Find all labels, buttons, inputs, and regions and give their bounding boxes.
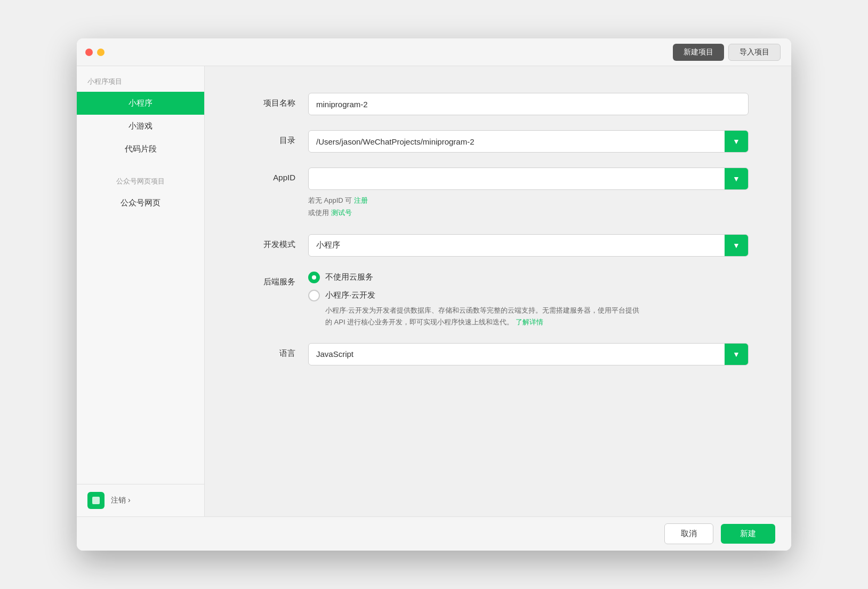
dev-mode-row: 开发模式 ▼ <box>247 234 749 257</box>
chevron-down-icon: ▼ <box>733 241 740 250</box>
directory-label: 目录 <box>247 130 295 146</box>
appid-input-wrapper: ▼ <box>308 168 749 190</box>
titlebar: 新建项目 导入项目 <box>77 38 791 66</box>
cancel-link[interactable]: 注销 › <box>111 496 131 505</box>
svg-rect-0 <box>92 497 100 504</box>
backend-service-control: 不使用云服务 小程序·云开发 小程序·云开发为开发者提供数据库、存储和云函数等完… <box>308 272 749 328</box>
chevron-down-icon: ▼ <box>733 350 740 359</box>
radio-cloud-dev-label: 小程序·云开发 <box>325 290 375 300</box>
dev-mode-label: 开发模式 <box>247 234 295 250</box>
radio-cloud-dev[interactable]: 小程序·云开发 <box>308 290 749 301</box>
directory-row: 目录 ▼ <box>247 130 749 153</box>
cancel-button[interactable]: 取消 <box>664 523 713 544</box>
radio-group: 不使用云服务 小程序·云开发 <box>308 272 749 301</box>
sidebar-section-title-1: 小程序项目 <box>77 66 204 92</box>
main-layout: 小程序项目 小程序 小游戏 代码片段 公众号网页项目 公众号网页 注销 › <box>77 66 791 516</box>
footer: 取消 新建 <box>77 516 791 551</box>
directory-dropdown-button[interactable]: ▼ <box>725 131 748 152</box>
backend-service-label: 后端服务 <box>247 272 295 287</box>
appid-input[interactable] <box>309 174 725 184</box>
sidebar-section-title-2: 公众号网页项目 <box>77 166 204 192</box>
radio-cloud-dev-circle <box>308 290 320 301</box>
register-link[interactable]: 注册 <box>354 196 368 204</box>
language-input[interactable] <box>309 349 725 359</box>
close-button[interactable] <box>85 49 93 56</box>
project-name-label: 项目名称 <box>247 93 295 108</box>
project-name-control <box>308 93 749 115</box>
sidebar-item-miniprogram[interactable]: 小程序 <box>77 92 204 115</box>
sidebar-item-minigame[interactable]: 小游戏 <box>77 115 204 138</box>
appid-hint: 若无 AppID 可 注册 或使用 测试号 <box>308 194 749 219</box>
dev-mode-input[interactable] <box>309 241 725 250</box>
backend-service-row: 后端服务 不使用云服务 小程序·云开发 <box>247 272 749 328</box>
confirm-button[interactable]: 新建 <box>721 524 775 544</box>
directory-input[interactable] <box>309 137 725 146</box>
cloud-desc: 小程序·云开发为开发者提供数据库、存储和云函数等完整的云端支持。无需搭建服务器，… <box>325 305 645 328</box>
project-name-row: 项目名称 <box>247 93 749 115</box>
chevron-down-icon: ▼ <box>733 174 740 183</box>
project-name-input[interactable] <box>309 100 748 109</box>
test-account-link[interactable]: 测试号 <box>331 209 352 217</box>
user-icon <box>87 492 105 509</box>
language-control: ▼ <box>308 343 749 365</box>
radio-no-cloud[interactable]: 不使用云服务 <box>308 272 749 283</box>
directory-input-wrapper: ▼ <box>308 130 749 153</box>
minimize-button[interactable] <box>97 49 105 56</box>
language-input-wrapper: ▼ <box>308 343 749 365</box>
dev-mode-input-wrapper: ▼ <box>308 234 749 257</box>
sidebar-item-mp-webpage[interactable]: 公众号网页 <box>77 192 204 214</box>
directory-control: ▼ <box>308 130 749 153</box>
tab-group: 新建项目 导入项目 <box>673 44 781 61</box>
form: 项目名称 目录 ▼ <box>247 93 749 490</box>
dev-mode-control: ▼ <box>308 234 749 257</box>
radio-no-cloud-label: 不使用云服务 <box>325 272 373 282</box>
import-project-tab[interactable]: 导入项目 <box>728 44 781 61</box>
main-window: 新建项目 导入项目 小程序项目 小程序 小游戏 代码片段 公众号网页项目 公众号… <box>77 38 791 551</box>
sidebar-bottom: 注销 › <box>77 484 204 516</box>
appid-label: AppID <box>247 168 295 182</box>
appid-dropdown-button[interactable]: ▼ <box>725 168 748 189</box>
radio-no-cloud-circle <box>308 272 320 283</box>
radio-inner-dot <box>312 275 316 280</box>
language-label: 语言 <box>247 343 295 359</box>
dev-mode-dropdown-button[interactable]: ▼ <box>725 235 748 256</box>
appid-row: AppID ▼ 若无 AppID 可 注册 或使用 测试号 <box>247 168 749 219</box>
sidebar: 小程序项目 小程序 小游戏 代码片段 公众号网页项目 公众号网页 注销 › <box>77 66 205 516</box>
language-dropdown-button[interactable]: ▼ <box>725 344 748 365</box>
content-area: 项目名称 目录 ▼ <box>205 66 791 516</box>
new-project-tab[interactable]: 新建项目 <box>673 44 724 61</box>
learn-more-link[interactable]: 了解详情 <box>516 318 543 326</box>
sidebar-item-code-snippet[interactable]: 代码片段 <box>77 138 204 161</box>
project-name-input-wrapper <box>308 93 749 115</box>
chevron-down-icon: ▼ <box>733 137 740 146</box>
language-row: 语言 ▼ <box>247 343 749 365</box>
appid-control: ▼ 若无 AppID 可 注册 或使用 测试号 <box>308 168 749 219</box>
